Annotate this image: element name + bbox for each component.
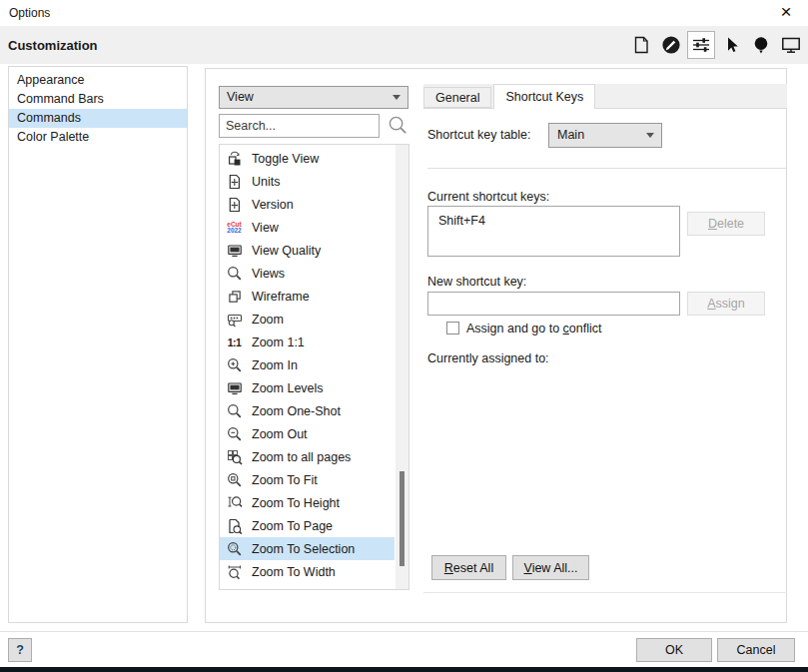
command-row-zoom-1-1[interactable]: 1:1Zoom 1:1: [220, 331, 395, 353]
new-shortcut-key-input[interactable]: [427, 292, 680, 316]
command-label: Zoom To Width: [252, 565, 336, 579]
cursor-icon[interactable]: [717, 31, 745, 59]
command-row-units[interactable]: Units: [220, 170, 395, 193]
delete-button[interactable]: Delete: [687, 212, 765, 236]
magnifier-icon: [226, 265, 243, 282]
command-label: Zoom To Page: [252, 519, 333, 533]
commands-panel: View Toggle ViewUnitsVersioneCut2022View…: [205, 68, 787, 623]
pen-circle-icon[interactable]: [657, 31, 685, 59]
sidebar-item-appearance[interactable]: Appearance: [9, 71, 187, 90]
command-label: Zoom To Selection: [252, 542, 355, 556]
command-label: Zoom to all pages: [252, 450, 351, 464]
command-label: Zoom: [252, 313, 284, 327]
sidebar-item-commands[interactable]: Commands: [9, 109, 187, 128]
command-category-value: View: [227, 90, 254, 104]
command-label: Zoom To Height: [252, 496, 340, 510]
command-row-wireframe[interactable]: Wireframe: [220, 285, 395, 308]
command-row-zoom-to-all-pages[interactable]: Zoom to all pages: [220, 445, 395, 468]
command-label: Toggle View: [252, 152, 319, 166]
command-label: Version: [252, 198, 294, 212]
command-row-zoom-to-selection[interactable]: Zoom To Selection: [220, 537, 395, 560]
page-title: Customization: [8, 26, 98, 65]
balloon-icon[interactable]: [747, 31, 775, 59]
command-category-dropdown[interactable]: View: [219, 86, 408, 109]
command-label: Wireframe: [252, 290, 310, 304]
command-row-toggle-view[interactable]: Toggle View: [220, 147, 395, 170]
command-row-view[interactable]: eCut2022View: [220, 216, 395, 239]
monitor-icon[interactable]: [777, 31, 805, 59]
assign-button[interactable]: Assign: [687, 292, 765, 316]
command-row-zoom-to-fit[interactable]: Zoom To Fit: [220, 468, 395, 491]
toggle-view-icon: [226, 150, 243, 167]
sidebar-item-color-palette[interactable]: Color Palette: [9, 128, 187, 147]
command-rows: Toggle ViewUnitsVersioneCut2022ViewView …: [220, 147, 395, 583]
command-row-zoom-to-height[interactable]: Zoom To Height: [220, 491, 395, 514]
tab-general[interactable]: General: [423, 87, 491, 108]
command-row-zoom-to-width[interactable]: Zoom To Width: [220, 560, 395, 583]
search-icon[interactable]: [388, 115, 408, 136]
command-row-zoom-levels[interactable]: Zoom Levels: [220, 376, 395, 399]
search-input[interactable]: [219, 114, 380, 138]
page-units-icon: [226, 196, 243, 213]
titlebar: Options ×: [0, 0, 808, 26]
command-label: Zoom To Fit: [252, 473, 318, 487]
options-dialog: Options × Customization AppearanceComman…: [0, 0, 808, 672]
chevron-down-icon: [393, 95, 401, 100]
command-row-zoom[interactable]: Zoom: [220, 308, 395, 331]
tab-shortcut-keys[interactable]: Shortcut Keys: [493, 84, 595, 109]
header-icon-row: [627, 31, 805, 59]
current-keys-label: Current shortcut keys:: [427, 189, 549, 205]
sidebar-item-command-bars[interactable]: Command Bars: [9, 90, 187, 109]
one-to-one-icon: 1:1: [226, 334, 243, 350]
tab-page-bottom-border: [423, 592, 787, 593]
command-row-version[interactable]: Version: [220, 193, 395, 216]
magnifier-icon: [226, 402, 243, 419]
command-label: View Quality: [252, 244, 321, 258]
shortcut-table-label: Shortcut key table:: [427, 127, 531, 143]
reset-all-button[interactable]: Reset All: [431, 555, 506, 580]
magnifier-grid-icon: [226, 448, 243, 465]
sliders-icon[interactable]: [687, 31, 715, 59]
command-row-zoom-in[interactable]: Zoom In: [220, 353, 395, 376]
current-key-item[interactable]: Shift+F4: [438, 214, 669, 228]
page-magnifier-icon: [226, 517, 243, 534]
help-button[interactable]: ?: [8, 638, 32, 662]
command-row-view-quality[interactable]: View Quality: [220, 239, 395, 262]
command-row-zoom-one-shot[interactable]: Zoom One-Shot: [220, 399, 395, 422]
command-label: Zoom In: [252, 358, 298, 372]
assign-goto-conflict-checkbox[interactable]: [446, 322, 459, 335]
separator: [427, 168, 786, 169]
command-row-zoom-to-page[interactable]: Zoom To Page: [220, 514, 395, 537]
document-icon[interactable]: [627, 31, 655, 59]
scrollbar-track[interactable]: [396, 145, 408, 589]
command-label: Zoom Out: [252, 427, 308, 441]
new-key-label: New shortcut key:: [427, 274, 526, 290]
header-strip: Customization: [0, 26, 808, 64]
cancel-button[interactable]: Cancel: [717, 638, 795, 662]
command-label: Views: [252, 267, 285, 281]
shortcut-table-value: Main: [557, 128, 584, 142]
scrollbar-thumb[interactable]: [400, 471, 404, 566]
command-row-zoom-out[interactable]: Zoom Out: [220, 422, 395, 445]
footer-bar: ? OK Cancel: [0, 631, 808, 667]
command-label: Zoom One-Shot: [252, 404, 341, 418]
current-keys-listbox[interactable]: Shift+F4: [427, 206, 680, 257]
command-label: Zoom Levels: [252, 381, 324, 395]
shortcut-table-dropdown[interactable]: Main: [548, 123, 662, 148]
bottom-dark-strip: [0, 667, 808, 672]
magnifier-width-icon: [226, 563, 243, 580]
assign-goto-conflict-label: Assign and go to conflict: [466, 321, 602, 336]
magnifier-minus-icon: [226, 425, 243, 442]
close-icon[interactable]: ×: [774, 0, 798, 26]
view-all-button[interactable]: View All...: [512, 555, 589, 580]
command-label: View: [252, 221, 279, 235]
monitor-icon: [226, 242, 243, 259]
page-units-icon: [226, 173, 243, 190]
tab-strip: GeneralShortcut Keys: [423, 84, 787, 109]
monitor-icon: [226, 379, 243, 396]
ok-button[interactable]: OK: [636, 638, 712, 662]
chevron-down-icon: [646, 133, 654, 138]
category-sidebar: AppearanceCommand BarsCommandsColor Pale…: [8, 66, 188, 623]
command-row-views[interactable]: Views: [220, 262, 395, 285]
magnifier-fit-icon: [226, 471, 243, 488]
